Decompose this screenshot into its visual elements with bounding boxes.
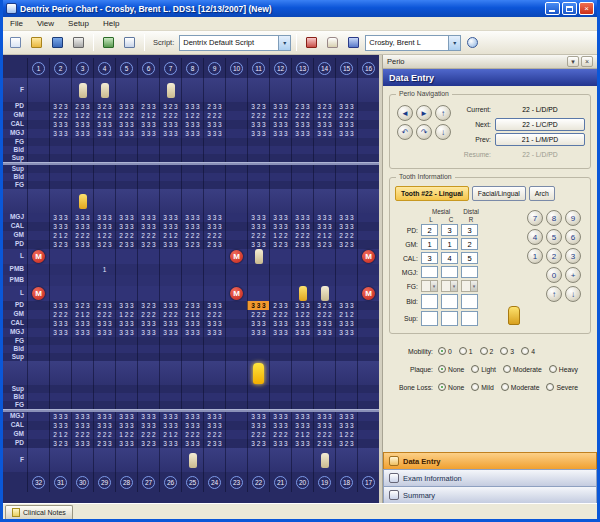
perio-cell[interactable] (291, 345, 313, 353)
script-combo[interactable]: Dentrix Default Script ▾ (179, 35, 291, 51)
measure-input-cell[interactable] (441, 266, 458, 278)
perio-cell[interactable] (115, 393, 137, 401)
perio-cell[interactable] (71, 286, 93, 301)
perio-cell[interactable]: 3 3 3 (203, 319, 225, 328)
perio-cell[interactable] (93, 361, 115, 385)
keypad-button[interactable]: + (565, 267, 581, 283)
perio-cell[interactable]: 3 3 3 (181, 328, 203, 337)
perio-cell[interactable] (357, 301, 379, 310)
perio-cell[interactable]: 3 3 3 (137, 421, 159, 430)
dropdown-arrow-icon[interactable]: ▾ (448, 36, 460, 50)
perio-cell[interactable]: 3 2 3 (313, 102, 335, 111)
measure-box-cell[interactable] (461, 311, 478, 326)
perio-cell[interactable] (247, 249, 269, 264)
mobility-option-2[interactable]: 2 (480, 347, 494, 355)
perio-cell[interactable]: 3 3 3 (335, 421, 357, 430)
perio-cell[interactable] (247, 393, 269, 401)
perio-cell[interactable]: 3 3 3 (291, 213, 313, 222)
perio-cell[interactable] (137, 286, 159, 301)
perio-cell[interactable] (71, 337, 93, 345)
tooth-number[interactable]: 20 (291, 472, 313, 492)
perio-cell[interactable]: 2 1 2 (181, 310, 203, 319)
perio-cell[interactable]: 3 2 3 (335, 240, 357, 249)
perio-cell[interactable] (269, 78, 291, 102)
perio-cell[interactable] (291, 385, 313, 393)
perio-cell[interactable]: 3 3 3 (49, 129, 71, 138)
perio-cell[interactable]: 2 3 3 (291, 240, 313, 249)
perio-cell[interactable] (71, 154, 93, 162)
keypad-button[interactable]: 5 (546, 229, 562, 245)
perio-cell[interactable] (313, 361, 335, 385)
export-icon[interactable] (99, 34, 118, 52)
perio-cell[interactable] (225, 401, 247, 409)
perio-cell[interactable] (335, 181, 357, 189)
perio-cell[interactable]: 2 1 2 (93, 111, 115, 120)
perio-cell[interactable] (71, 361, 93, 385)
perio-cell[interactable] (93, 385, 115, 393)
perio-cell[interactable] (225, 310, 247, 319)
perio-cell[interactable]: 3 3 3 (269, 120, 291, 129)
perio-cell[interactable] (93, 146, 115, 154)
perio-cell[interactable]: 2 2 2 (93, 310, 115, 319)
close-button[interactable]: × (579, 2, 594, 15)
perio-cell[interactable] (137, 264, 159, 275)
perio-cell[interactable] (247, 189, 269, 213)
perio-cell[interactable] (269, 345, 291, 353)
perio-cell[interactable] (291, 78, 313, 102)
perio-cell[interactable] (335, 448, 357, 472)
perio-cell[interactable]: 3 3 3 (159, 120, 181, 129)
perio-cell[interactable] (27, 264, 49, 275)
perio-cell[interactable]: 2 2 2 (93, 430, 115, 439)
perio-cell[interactable] (357, 310, 379, 319)
perio-cell[interactable] (357, 421, 379, 430)
perio-cell[interactable] (247, 401, 269, 409)
perio-cell[interactable]: 2 2 2 (247, 111, 269, 120)
perio-cell[interactable]: 3 3 3 (93, 319, 115, 328)
perio-cell[interactable] (49, 361, 71, 385)
perio-cell[interactable] (115, 361, 137, 385)
perio-cell[interactable]: 3 3 3 (203, 222, 225, 231)
perio-cell[interactable] (115, 173, 137, 181)
perio-cell[interactable] (225, 78, 247, 102)
perio-cell[interactable] (313, 286, 335, 301)
perio-cell[interactable] (269, 401, 291, 409)
perio-cell[interactable] (291, 249, 313, 264)
perio-cell[interactable]: 3 3 3 (313, 120, 335, 129)
perio-cell[interactable]: 3 3 3 (181, 421, 203, 430)
perio-cell[interactable] (71, 448, 93, 472)
perio-cell[interactable]: 2 2 2 (203, 231, 225, 240)
perio-cell[interactable] (181, 275, 203, 286)
perio-cell[interactable] (225, 264, 247, 275)
perio-cell[interactable] (159, 401, 181, 409)
perio-cell[interactable]: 2 3 3 (93, 439, 115, 448)
perio-cell[interactable] (335, 165, 357, 173)
perio-cell[interactable] (203, 361, 225, 385)
perio-cell[interactable] (27, 345, 49, 353)
perio-cell[interactable] (247, 138, 269, 146)
perio-cell[interactable] (27, 385, 49, 393)
tooth-number[interactable]: 2 (49, 58, 71, 78)
perio-cell[interactable] (115, 448, 137, 472)
perio-cell[interactable] (203, 448, 225, 472)
perio-cell[interactable] (225, 120, 247, 129)
perio-cell[interactable] (269, 173, 291, 181)
tooth-number[interactable]: 3 (71, 58, 93, 78)
perio-cell[interactable]: 1 2 2 (313, 111, 335, 120)
perio-cell[interactable] (357, 78, 379, 102)
perio-cell[interactable]: 2 2 2 (159, 111, 181, 120)
perio-cell[interactable] (203, 173, 225, 181)
perio-cell[interactable]: 2 2 2 (291, 111, 313, 120)
measure-input-cell[interactable]: 2 (421, 224, 438, 236)
tooth-number[interactable]: 28 (115, 472, 137, 492)
perio-cell[interactable]: 2 1 2 (159, 430, 181, 439)
perio-cell[interactable]: 3 2 3 (49, 240, 71, 249)
tooth-number[interactable]: 27 (137, 472, 159, 492)
perio-cell[interactable]: 3 3 3 (181, 120, 203, 129)
perio-cell[interactable] (335, 138, 357, 146)
perio-cell[interactable] (137, 189, 159, 213)
perio-cell[interactable]: 3 3 3 (247, 421, 269, 430)
perio-cell[interactable]: 3 3 3 (269, 421, 291, 430)
perio-cell[interactable] (335, 286, 357, 301)
nav-arrow-button[interactable]: ↶ (397, 124, 413, 140)
perio-cell[interactable] (71, 146, 93, 154)
